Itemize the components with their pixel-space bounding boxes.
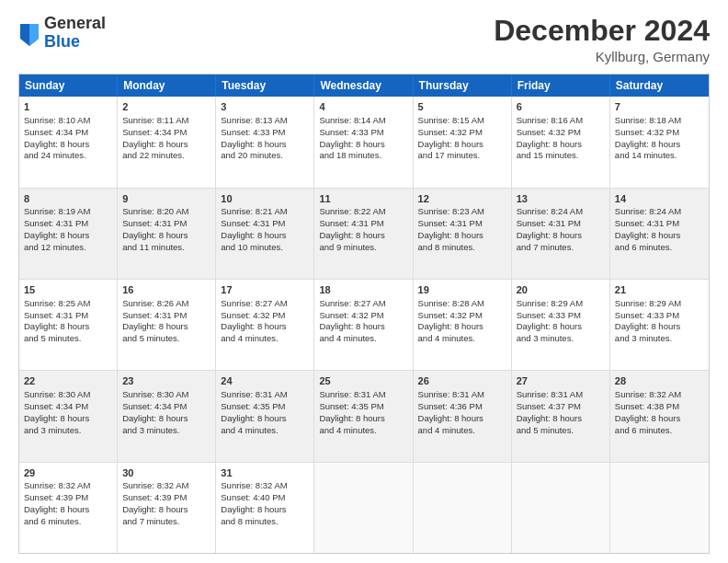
header-sunday: Sunday [19, 75, 118, 97]
header-monday: Monday [118, 75, 216, 97]
cell-text: Daylight: 8 hours [24, 230, 112, 242]
cell-text: Sunset: 4:38 PM [615, 401, 704, 413]
cell-text: Daylight: 8 hours [24, 413, 112, 425]
header-wednesday: Wednesday [314, 75, 413, 97]
cell-text: Daylight: 8 hours [319, 230, 407, 242]
day-number: 27 [517, 374, 605, 388]
table-row: 15Sunrise: 8:25 AMSunset: 4:31 PMDayligh… [19, 280, 118, 370]
cell-text: Daylight: 8 hours [615, 321, 704, 333]
cell-text: Sunrise: 8:27 AM [221, 298, 309, 310]
table-row: 5Sunrise: 8:15 AMSunset: 4:32 PMDaylight… [414, 97, 512, 187]
cell-text: Sunset: 4:31 PM [122, 310, 210, 322]
month-title: December 2024 [494, 15, 710, 47]
table-row: 19Sunrise: 8:28 AMSunset: 4:32 PMDayligh… [414, 280, 512, 370]
cell-text: Sunset: 4:31 PM [319, 218, 407, 230]
week-row-4: 22Sunrise: 8:30 AMSunset: 4:34 PMDayligh… [19, 370, 709, 461]
day-number: 15 [24, 283, 112, 297]
cell-text: Sunset: 4:31 PM [418, 218, 506, 230]
cell-text: Sunrise: 8:11 AM [122, 115, 210, 127]
cell-text: and 4 minutes. [221, 333, 309, 345]
cell-text: Sunrise: 8:32 AM [24, 480, 112, 492]
cell-text: Sunrise: 8:29 AM [615, 298, 704, 310]
day-number: 10 [221, 192, 309, 206]
cell-text: Daylight: 8 hours [418, 139, 506, 151]
cell-text: Sunrise: 8:18 AM [615, 115, 704, 127]
cell-text: Daylight: 8 hours [122, 230, 210, 242]
table-row: 20Sunrise: 8:29 AMSunset: 4:33 PMDayligh… [512, 280, 610, 370]
cell-text: Sunrise: 8:22 AM [319, 206, 407, 218]
header-thursday: Thursday [414, 75, 512, 97]
cell-text: and 4 minutes. [418, 425, 506, 437]
cell-text: and 6 minutes. [24, 516, 112, 528]
cell-text: and 9 minutes. [319, 242, 407, 254]
cell-text: Daylight: 8 hours [24, 321, 112, 333]
cell-text: Sunset: 4:32 PM [517, 127, 605, 139]
cell-text: Daylight: 8 hours [517, 413, 605, 425]
cell-text: Daylight: 8 hours [122, 504, 210, 516]
table-row: 26Sunrise: 8:31 AMSunset: 4:36 PMDayligh… [414, 371, 512, 461]
day-number: 12 [418, 192, 506, 206]
cell-text: Daylight: 8 hours [24, 139, 112, 151]
cell-text: Sunrise: 8:32 AM [221, 480, 309, 492]
cell-text: Sunset: 4:34 PM [24, 127, 112, 139]
cell-text: Sunset: 4:32 PM [418, 127, 506, 139]
week-row-2: 8Sunrise: 8:19 AMSunset: 4:31 PMDaylight… [19, 188, 709, 279]
cell-text: Sunrise: 8:24 AM [615, 206, 704, 218]
calendar-header: Sunday Monday Tuesday Wednesday Thursday… [19, 75, 709, 97]
cell-text: Sunrise: 8:10 AM [24, 115, 112, 127]
cell-text: Sunrise: 8:31 AM [221, 389, 309, 401]
cell-text: Daylight: 8 hours [517, 321, 605, 333]
cell-text: Sunrise: 8:24 AM [517, 206, 605, 218]
table-row: 10Sunrise: 8:21 AMSunset: 4:31 PMDayligh… [216, 189, 314, 279]
week-row-3: 15Sunrise: 8:25 AMSunset: 4:31 PMDayligh… [19, 279, 709, 370]
day-number: 20 [517, 283, 605, 297]
cell-text: Sunset: 4:32 PM [319, 310, 407, 322]
day-number: 17 [221, 283, 309, 297]
cell-text: Daylight: 8 hours [221, 321, 309, 333]
cell-text: and 8 minutes. [221, 516, 309, 528]
cell-text: Sunset: 4:32 PM [418, 310, 506, 322]
table-row: 7Sunrise: 8:18 AMSunset: 4:32 PMDaylight… [610, 97, 709, 187]
cell-text: Sunset: 4:39 PM [122, 492, 210, 504]
header-friday: Friday [512, 75, 610, 97]
cell-text: Sunrise: 8:20 AM [122, 206, 210, 218]
table-row: 3Sunrise: 8:13 AMSunset: 4:33 PMDaylight… [216, 97, 314, 187]
cell-text: and 3 minutes. [24, 425, 112, 437]
cell-text: and 11 minutes. [122, 242, 210, 254]
table-row: 31Sunrise: 8:32 AMSunset: 4:40 PMDayligh… [216, 463, 314, 553]
cell-text: Sunrise: 8:31 AM [418, 389, 506, 401]
cell-text: Sunrise: 8:23 AM [418, 206, 506, 218]
cell-text: Daylight: 8 hours [24, 504, 112, 516]
day-number: 4 [319, 100, 407, 114]
day-number: 2 [122, 100, 210, 114]
cell-text: Sunset: 4:36 PM [418, 401, 506, 413]
cell-text: and 4 minutes. [418, 333, 506, 345]
day-number: 13 [517, 192, 605, 206]
cell-text: and 3 minutes. [517, 333, 605, 345]
cell-text: Daylight: 8 hours [122, 139, 210, 151]
cell-text: Sunrise: 8:32 AM [122, 480, 210, 492]
location: Kyllburg, Germany [494, 49, 710, 64]
cell-text: Daylight: 8 hours [418, 321, 506, 333]
day-number: 29 [24, 466, 112, 480]
day-number: 14 [615, 192, 704, 206]
cell-text: Daylight: 8 hours [221, 504, 309, 516]
cell-text: and 5 minutes. [122, 333, 210, 345]
cell-text: and 6 minutes. [615, 242, 704, 254]
day-number: 30 [122, 466, 210, 480]
day-number: 25 [319, 374, 407, 388]
logo-icon [18, 20, 40, 46]
cell-text: Daylight: 8 hours [122, 321, 210, 333]
table-row: 14Sunrise: 8:24 AMSunset: 4:31 PMDayligh… [610, 189, 709, 279]
cell-text: and 6 minutes. [615, 425, 704, 437]
day-number: 28 [615, 374, 704, 388]
table-row: 17Sunrise: 8:27 AMSunset: 4:32 PMDayligh… [216, 280, 314, 370]
cell-text: and 14 minutes. [615, 150, 704, 162]
cell-text: Sunset: 4:32 PM [615, 127, 704, 139]
cell-text: Sunrise: 8:31 AM [319, 389, 407, 401]
table-row: 28Sunrise: 8:32 AMSunset: 4:38 PMDayligh… [610, 371, 709, 461]
cell-text: and 7 minutes. [122, 516, 210, 528]
title-block: December 2024 Kyllburg, Germany [494, 15, 710, 64]
cell-text: and 24 minutes. [24, 150, 112, 162]
table-row: 27Sunrise: 8:31 AMSunset: 4:37 PMDayligh… [512, 371, 610, 461]
